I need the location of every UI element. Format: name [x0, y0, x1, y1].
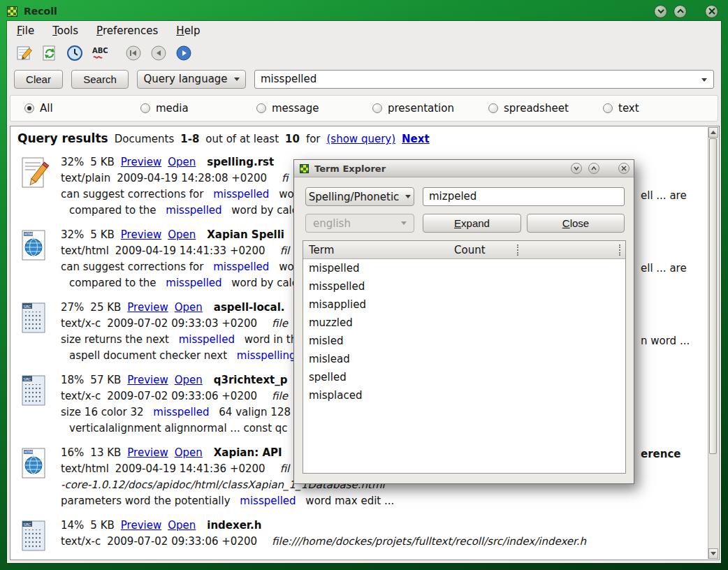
of-label: out of at least [205, 133, 279, 145]
preview-link[interactable]: Preview [127, 374, 168, 386]
next-page-link[interactable]: Next [402, 133, 430, 145]
result-date: 2009-07-02 09:33:06 +0200 [107, 535, 257, 548]
result-snippet: parameters word the potentially misspell… [61, 493, 702, 509]
result-score: 32% [61, 156, 84, 168]
open-link[interactable]: Open [175, 374, 203, 386]
desktop-background: Recoll File Tools Preferences Help [0, 0, 728, 570]
for-label: for [306, 133, 321, 145]
term-row[interactable]: muzzled [303, 314, 625, 332]
results-header: Query results Documents 1-8 out of at le… [17, 131, 430, 145]
term-row[interactable]: spelled [303, 368, 625, 386]
term-row[interactable]: mislead [303, 350, 625, 368]
query-mode-select[interactable]: Query language [137, 70, 246, 89]
dialog-title: Term Explorer [314, 163, 386, 174]
column-resize-handle[interactable] [517, 244, 518, 256]
result-path: fil [280, 244, 290, 257]
result-size: 13 KB [90, 446, 121, 459]
term-explorer-abc-icon[interactable]: ABC [91, 44, 109, 62]
filter-option-media[interactable]: media [140, 102, 189, 115]
preview-link[interactable]: Preview [127, 446, 168, 459]
source-code-icon [17, 520, 50, 552]
column-term[interactable]: Term [309, 242, 334, 258]
preview-link[interactable]: Preview [121, 156, 161, 168]
menu-preferences[interactable]: Preferences [96, 24, 158, 37]
scroll-down-icon[interactable] [708, 548, 718, 559]
source-code-icon [17, 302, 50, 334]
result-mime: text/html [61, 244, 109, 257]
close-icon[interactable] [618, 163, 629, 174]
maximize-icon[interactable] [674, 5, 687, 18]
term-row[interactable]: misapplied [303, 295, 625, 314]
filter-option-message[interactable]: message [256, 102, 319, 115]
preview-link[interactable]: Preview [121, 519, 161, 532]
chevron-down-icon[interactable] [701, 78, 707, 82]
radio-icon [256, 103, 266, 113]
result-size: 57 KB [90, 374, 121, 386]
shade-icon[interactable] [571, 163, 582, 174]
result-date: 2009-07-02 09:33:06 +0200 [107, 390, 257, 402]
result-size: 5 KB [90, 156, 114, 168]
open-link[interactable]: Open [175, 301, 203, 314]
page-previous-icon[interactable] [150, 44, 168, 62]
result-path: fi [282, 172, 288, 184]
result-text-fragment: n word ... [641, 333, 690, 349]
erase-search-icon[interactable] [15, 44, 34, 62]
filter-option-presentation[interactable]: presentation [372, 102, 454, 115]
svg-text:ABC: ABC [92, 47, 108, 54]
filter-label: spreadsheet [504, 102, 569, 115]
chevron-down-icon [401, 221, 407, 225]
scroll-up-icon[interactable] [708, 127, 718, 138]
expand-button[interactable]: Expand [423, 214, 521, 233]
result-date: 2009-04-19 14:28:08 +0200 [117, 172, 267, 184]
close-button[interactable]: Close [527, 214, 625, 233]
filter-label: All [40, 102, 53, 115]
terms-table-header: Term Count [303, 241, 625, 259]
expand-mode-select[interactable]: Spelling/Phonetic [305, 187, 414, 206]
result-path: file [272, 317, 288, 330]
recoll-app-icon [7, 6, 17, 17]
close-icon[interactable] [705, 5, 718, 18]
result-mime: text/x-c [61, 390, 101, 402]
shade-icon[interactable] [654, 5, 667, 18]
open-link[interactable]: Open [168, 519, 196, 532]
open-link[interactable]: Open [168, 156, 196, 168]
filter-option-text[interactable]: text [603, 102, 639, 115]
dialog-titlebar: Term Explorer [294, 160, 634, 177]
term-input[interactable]: mizpeled [423, 187, 625, 206]
clear-button[interactable]: Clear [14, 70, 63, 89]
menu-file[interactable]: File [17, 24, 34, 37]
scrollbar-thumb[interactable] [709, 138, 717, 454]
result-title: aspell-local. [214, 301, 285, 314]
menu-tools[interactable]: Tools [52, 24, 78, 37]
history-clock-icon[interactable] [66, 44, 84, 62]
term-row[interactable]: misplaced [303, 386, 625, 404]
result-date: 2009-04-19 14:41:36 +0200 [115, 462, 265, 475]
dialog-controls [571, 163, 629, 174]
filter-option-spreadsheet[interactable]: spreadsheet [488, 102, 569, 115]
menu-help[interactable]: Help [176, 24, 200, 37]
result-score: 27% [61, 301, 84, 314]
preview-link[interactable]: Preview [121, 228, 161, 241]
dialog-body: Spelling/Phonetic mizpeled english Expan… [294, 177, 634, 483]
term-row[interactable]: mispelled [303, 259, 625, 277]
page-next-icon[interactable] [175, 44, 193, 62]
update-index-icon[interactable] [41, 44, 59, 62]
docs-label: Documents [115, 133, 175, 145]
preview-link[interactable]: Preview [127, 301, 168, 314]
results-scrollbar[interactable] [708, 127, 718, 559]
search-button[interactable]: Search [71, 70, 129, 89]
open-link[interactable]: Open [168, 228, 196, 241]
term-row[interactable]: misspelled [303, 277, 625, 295]
column-resize-handle[interactable] [619, 244, 620, 256]
column-count[interactable]: Count [454, 242, 486, 258]
filter-option-all[interactable]: All [24, 102, 53, 115]
query-input[interactable]: misspelled [254, 70, 714, 89]
term-row[interactable]: misled [303, 332, 625, 350]
result-row: 14%5 KBPreviewOpenindexer.h text/x-c2009… [16, 518, 702, 560]
show-query-link[interactable]: (show query) [327, 133, 396, 145]
maximize-icon[interactable] [588, 163, 599, 174]
page-first-icon[interactable] [124, 44, 143, 62]
result-title: Xapian: API [214, 446, 282, 459]
source-code-icon [17, 374, 50, 407]
open-link[interactable]: Open [175, 446, 203, 459]
